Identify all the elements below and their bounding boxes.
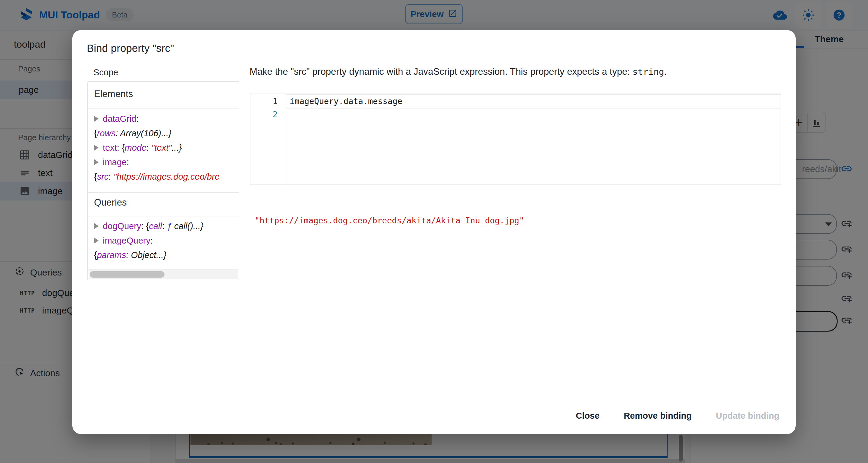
tree-item-image-preview: {src: "https://images.dog.ceo/bre — [94, 172, 238, 182]
scope-horizontal-scrollbar[interactable] — [89, 270, 238, 279]
elements-header: Elements — [94, 89, 133, 99]
js-expression-editor[interactable]: 1 2 imageQuery.data.message — [250, 93, 781, 185]
divider — [88, 216, 239, 216]
remove-binding-button[interactable]: Remove binding — [621, 408, 694, 424]
scope-label: Scope — [93, 67, 118, 78]
tree-item-text[interactable]: text: {mode: "text"...} — [94, 143, 238, 153]
expand-arrow-icon[interactable] — [94, 159, 98, 165]
expand-arrow-icon[interactable] — [94, 145, 98, 151]
app-root: MUI Toolpad Beta Preview — [0, 0, 868, 463]
queries-header: Queries — [94, 197, 127, 208]
type-name: string — [632, 67, 664, 77]
expression-code: imageQuery.data.message — [290, 96, 402, 106]
tree-item-datagrid-preview: {rows: Array(106)...} — [94, 128, 238, 138]
scope-browser: Elements dataGrid: {rows: Array(106)...}… — [87, 82, 239, 280]
gutter-separator — [286, 93, 286, 184]
line-number: 1 — [250, 96, 278, 106]
expand-arrow-icon[interactable] — [94, 116, 98, 122]
line-number: 2 — [250, 110, 278, 119]
bind-property-dialog: Bind property "src" Scope Elements dataG… — [72, 30, 796, 434]
tree-item-datagrid[interactable]: dataGrid: — [94, 114, 238, 124]
dialog-actions: Close Remove binding Update binding — [573, 408, 782, 424]
update-binding-button[interactable]: Update binding — [713, 408, 782, 424]
tree-item-imagequery-preview: {params: Object...} — [94, 250, 238, 260]
scrollbar-thumb[interactable] — [90, 271, 164, 278]
tree-item-dogquery[interactable]: dogQuery: {call: ƒ call()...} — [94, 221, 238, 231]
close-button[interactable]: Close — [573, 408, 602, 424]
dialog-title: Bind property "src" — [87, 42, 174, 54]
evaluated-result: "https://images.dog.ceo/breeds/akita/Aki… — [255, 216, 524, 225]
divider — [88, 108, 239, 109]
divider — [88, 192, 239, 193]
expand-arrow-icon[interactable] — [94, 238, 98, 244]
tree-item-image[interactable]: image: — [94, 157, 238, 167]
tree-item-imagequery[interactable]: imageQuery: — [94, 236, 238, 246]
dialog-instruction: Make the "src" property dynamic with a J… — [250, 66, 667, 77]
expand-arrow-icon[interactable] — [94, 223, 98, 229]
